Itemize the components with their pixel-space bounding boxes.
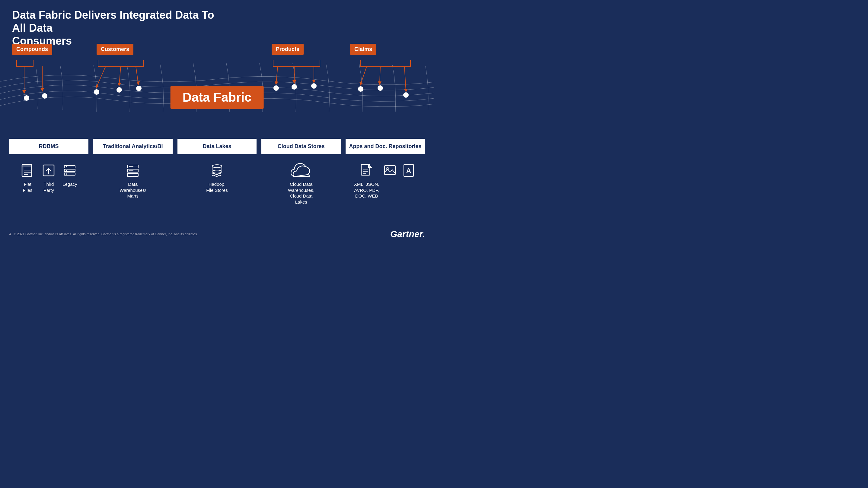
data-warehouse-label: DataWarehouses/Marts (120, 181, 146, 199)
category-datalakes: Data Lakes (178, 139, 257, 154)
svg-rect-27 (22, 164, 32, 167)
svg-point-9 (378, 85, 383, 91)
svg-point-33 (66, 166, 67, 167)
svg-point-4 (136, 86, 142, 91)
svg-point-45 (212, 170, 222, 173)
legacy-icon (62, 163, 78, 179)
svg-rect-30 (64, 166, 75, 168)
legacy-item: Legacy (62, 163, 78, 187)
svg-rect-32 (64, 173, 75, 175)
svg-rect-31 (64, 169, 75, 172)
svg-point-7 (311, 83, 317, 89)
data-warehouse-icon (125, 163, 141, 179)
doc-a-icon: A (401, 163, 416, 179)
customers-label: Customers (97, 44, 133, 55)
title-line1: Data Fabric Delivers Integrated Data To … (12, 9, 214, 34)
page-number: 4 (9, 232, 11, 236)
hadoop-item: Hadoop,File Stores (206, 163, 228, 193)
third-party-item: ThirdParty (41, 163, 56, 193)
items-row: FlatFiles ThirdParty (9, 163, 425, 205)
wave-area: .mesh-line { stroke: rgba(255,255,255,0.… (0, 39, 434, 133)
data-fabric-center-label: Data Fabric (170, 86, 264, 109)
category-rdbms: RDBMS (9, 139, 88, 154)
svg-text:A: A (406, 167, 411, 174)
flat-files-icon (20, 163, 35, 179)
svg-point-1 (42, 93, 48, 99)
xml-icon (359, 163, 375, 179)
datalakes-items: Hadoop,File Stores (178, 163, 257, 205)
cloud-items: Cloud DataWarehouses,Cloud DataLakes (261, 163, 341, 205)
third-party-icon (41, 163, 56, 179)
rdbms-items: FlatFiles ThirdParty (9, 163, 88, 205)
footer: 4 © 2021 Gartner, Inc. and/or its affili… (9, 229, 425, 239)
hadoop-icon (209, 163, 225, 179)
bottom-section: RDBMS Traditional Analytics/BI Data Lake… (0, 139, 434, 205)
footer-copyright: 4 © 2021 Gartner, Inc. and/or its affili… (9, 232, 198, 236)
doc-item: A (401, 163, 416, 181)
hadoop-label: Hadoop,File Stores (206, 181, 228, 193)
categories-row: RDBMS Traditional Analytics/BI Data Lake… (9, 139, 425, 154)
claims-label: Claims (350, 44, 376, 55)
svg-line-14 (119, 66, 121, 85)
data-warehouse-item: DataWarehouses/Marts (120, 163, 146, 199)
svg-point-6 (291, 84, 297, 90)
svg-point-34 (66, 170, 67, 171)
image-icon (382, 163, 398, 179)
legacy-label: Legacy (62, 181, 77, 187)
svg-point-10 (403, 92, 409, 98)
svg-line-16 (276, 66, 278, 83)
gartner-brand: Gartner. (390, 229, 425, 239)
flat-files-label: FlatFiles (23, 181, 33, 193)
compounds-label: Compounds (12, 44, 52, 55)
svg-line-19 (361, 66, 367, 84)
copyright-text: © 2021 Gartner, Inc. and/or its affiliat… (13, 232, 198, 236)
category-apps: Apps and Doc. Repositories (346, 139, 425, 154)
svg-line-20 (380, 66, 380, 83)
category-cloud: Cloud Data Stores (261, 139, 341, 154)
analytics-items: DataWarehouses/Marts (93, 163, 173, 205)
cloud-data-label: Cloud DataWarehouses,Cloud DataLakes (288, 181, 314, 205)
svg-rect-52 (384, 166, 395, 175)
svg-point-8 (358, 86, 363, 92)
products-label: Products (272, 44, 304, 55)
svg-point-42 (212, 165, 222, 168)
svg-point-3 (117, 87, 122, 93)
svg-point-35 (66, 173, 67, 175)
image-item (382, 163, 398, 181)
third-party-label: ThirdParty (43, 181, 54, 193)
cloud-icon (291, 163, 312, 179)
svg-line-21 (404, 66, 406, 91)
xml-item: XML, JSON,AVRO, PDF,DOC, WEB (354, 163, 379, 199)
svg-point-5 (273, 85, 279, 91)
svg-point-2 (94, 89, 99, 95)
svg-point-0 (24, 95, 29, 101)
flat-files-item: FlatFiles (20, 163, 35, 193)
apps-items: XML, JSON,AVRO, PDF,DOC, WEB (346, 163, 425, 205)
category-analytics: Traditional Analytics/BI (93, 139, 173, 154)
xml-label: XML, JSON,AVRO, PDF,DOC, WEB (354, 181, 379, 199)
cloud-data-item: Cloud DataWarehouses,Cloud DataLakes (288, 163, 314, 205)
